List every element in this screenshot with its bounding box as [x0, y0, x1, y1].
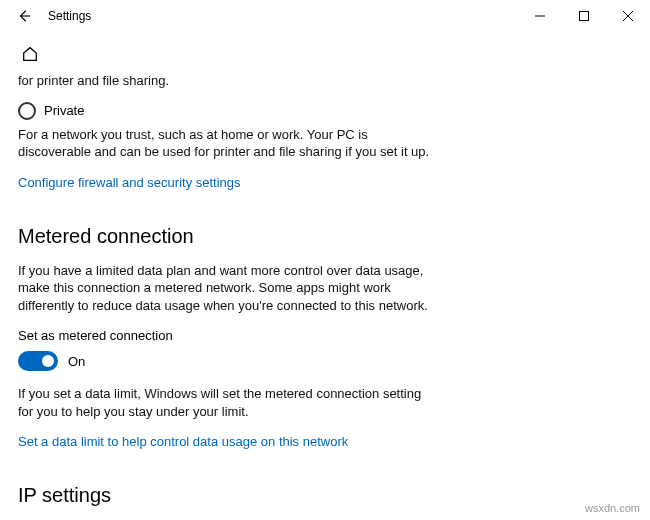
- data-limit-link[interactable]: Set a data limit to help control data us…: [18, 434, 348, 449]
- svg-rect-0: [580, 12, 589, 21]
- close-button[interactable]: [606, 0, 650, 32]
- window-title: Settings: [48, 9, 91, 23]
- metered-toggle[interactable]: [18, 351, 58, 371]
- metered-toggle-state: On: [68, 354, 85, 369]
- home-icon: [21, 45, 39, 63]
- maximize-icon: [579, 11, 589, 21]
- maximize-button[interactable]: [562, 0, 606, 32]
- radio-icon: [18, 102, 36, 120]
- private-description: For a network you trust, such as at home…: [18, 126, 438, 161]
- watermark: wsxdn.com: [585, 502, 640, 514]
- metered-description: If you have a limited data plan and want…: [18, 262, 438, 315]
- toggle-knob-icon: [42, 355, 54, 367]
- metered-toggle-label: Set as metered connection: [18, 328, 632, 343]
- metered-toggle-row: On: [18, 351, 632, 371]
- settings-content: for printer and file sharing. Private Fo…: [0, 32, 650, 507]
- ip-settings-heading: IP settings: [18, 484, 632, 507]
- network-profile-description-fragment: for printer and file sharing.: [18, 72, 438, 90]
- titlebar: Settings: [0, 0, 650, 32]
- close-icon: [623, 11, 633, 21]
- network-profile-private-radio[interactable]: Private: [18, 102, 632, 120]
- radio-label: Private: [44, 103, 84, 118]
- minimize-button[interactable]: [518, 0, 562, 32]
- metered-connection-heading: Metered connection: [18, 225, 632, 248]
- back-button[interactable]: [8, 0, 40, 32]
- window-controls: [518, 0, 650, 32]
- firewall-settings-link[interactable]: Configure firewall and security settings: [18, 175, 241, 190]
- metered-note: If you set a data limit, Windows will se…: [18, 385, 438, 420]
- arrow-left-icon: [17, 9, 31, 23]
- minimize-icon: [535, 11, 545, 21]
- home-button[interactable]: [18, 42, 42, 66]
